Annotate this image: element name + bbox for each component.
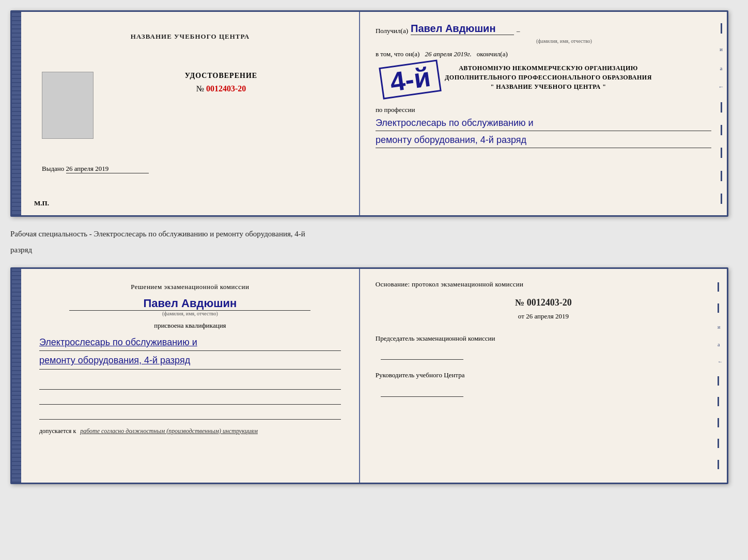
qualification-label: присвоена квалификация <box>39 322 341 330</box>
protocol-number-row: № 0012403-20 <box>376 297 711 308</box>
cert-title-block: УДОСТОВЕРЕНИЕ № 0012403-20 <box>104 72 338 93</box>
edge-bar-6 <box>718 439 719 448</box>
edge-label-arrow: ← <box>718 359 723 364</box>
bottom-lines-area <box>39 377 341 420</box>
edge-bar-1 <box>718 282 719 292</box>
side-bar-1 <box>721 23 722 34</box>
side-decoration-bottom: и а ← <box>718 269 723 483</box>
doc-left-panel: НАЗВАНИЕ УЧЕБНОГО ЦЕНТРА УДОСТОВЕРЕНИЕ №… <box>21 12 360 215</box>
middle-text-area: Рабочая специальность - Электрослесарь п… <box>10 226 738 258</box>
edge-bar-2 <box>718 303 719 313</box>
doc-left-bottom-panel: Решением экзаменационной комиссии Павел … <box>21 269 360 483</box>
side-bar-3 <box>721 125 722 135</box>
po-professii-label: по профессии <box>376 106 415 114</box>
bottom-line-1 <box>39 377 341 390</box>
osnov-label: Основание: протокол экзаменационной коми… <box>376 279 711 290</box>
edge-bar-7 <box>718 460 719 469</box>
edge-bar-5 <box>718 418 719 427</box>
profession-line2-top: ремонту оборудования, 4-й разряд <box>376 133 711 148</box>
middle-text-line1: Рабочая специальность - Электрослесарь п… <box>10 226 738 242</box>
mp-label: М.П. <box>34 199 49 207</box>
issued-date: 26 апреля 2019 <box>66 165 149 173</box>
doc-spine <box>12 12 21 215</box>
fio-hint-bottom: (фамилия, имя, отчество) <box>39 311 341 316</box>
org-line2: ДОПОЛНИТЕЛЬНОГО ПРОФЕССИОНАЛЬНОГО ОБРАЗО… <box>445 73 652 82</box>
fio-hint-top: (фамилия, имя, отчество) <box>417 38 711 44</box>
protocol-date-prefix: от <box>518 312 524 320</box>
vtom-date: 26 апреля 2019г. <box>425 50 471 58</box>
side-bar-4 <box>721 148 722 158</box>
document-bottom: Решением экзаменационной комиссии Павел … <box>10 267 728 484</box>
vtom-prefix: в том, что он(а) <box>376 50 420 58</box>
director-label: Руководитель учебного Центра <box>376 370 711 380</box>
cert-title-label: УДОСТОВЕРЕНИЕ <box>104 72 338 80</box>
org-line1: АВТОНОМНУЮ НЕКОММЕРЧЕСКУЮ ОРГАНИЗАЦИЮ <box>445 63 652 73</box>
org-block: АВТОНОМНУЮ НЕКОММЕРЧЕСКУЮ ОРГАНИЗАЦИЮ ДО… <box>445 63 652 91</box>
doc-right-panel: Получил(а) Павел Авдюшин – (фамилия, имя… <box>360 12 727 215</box>
qualification-line1: Электрослесарь по обслуживанию и <box>39 334 341 351</box>
edge-bar-4 <box>718 397 719 406</box>
protocol-number-prefix: № <box>515 297 524 308</box>
protocol-date-value: 26 апреля 2019 <box>526 312 569 320</box>
cert-number-row: № 0012403-20 <box>104 84 338 93</box>
допускается-block: допускается к работе согласно должностны… <box>39 427 341 435</box>
side-label-arrow: ← <box>719 84 724 90</box>
middle-text-line2: разряд <box>10 242 738 258</box>
edge-label-a: а <box>718 342 723 347</box>
chairman-signature-block: Председатель экзаменационной комиссии <box>376 333 711 360</box>
side-label-a: а <box>720 65 723 71</box>
bottom-line-3 <box>39 407 341 420</box>
director-signature-block: Руководитель учебного Центра <box>376 370 711 397</box>
grade-stamp: 4-й <box>379 59 442 99</box>
bottom-line-2 <box>39 392 341 405</box>
edge-label-i: и <box>718 324 723 330</box>
photo-placeholder <box>42 72 93 139</box>
side-bar-5 <box>721 171 722 181</box>
left-middle-section: УДОСТОВЕРЕНИЕ № 0012403-20 <box>42 72 338 139</box>
doc-spine-bottom <box>12 269 21 483</box>
recipient-name: Павел Авдюшин <box>411 22 514 35</box>
qualification-line2: ремонту оборудования, 4-й разряд <box>39 352 341 369</box>
recipient-prefix: Получил(а) <box>376 27 408 35</box>
person-name-bottom: Павел Авдюшин <box>69 297 310 311</box>
stamp-area: 4-й АВТОНОМНУЮ НЕКОММЕРЧЕСКУЮ ОРГАНИЗАЦИ… <box>376 61 711 98</box>
document-top: НАЗВАНИЕ УЧЕБНОГО ЦЕНТРА УДОСТОВЕРЕНИЕ №… <box>10 10 728 217</box>
side-bar-6 <box>721 194 722 204</box>
center-name-top: НАЗВАНИЕ УЧЕБНОГО ЦЕНТРА <box>131 33 250 41</box>
допускается-prefix: допускается к <box>39 427 76 435</box>
protocol-number-value: 0012403-20 <box>527 297 572 308</box>
director-sig-line <box>381 385 463 397</box>
issued-label: Выдано <box>42 165 64 172</box>
side-label-i: и <box>720 46 723 52</box>
edge-bar-3 <box>718 376 719 386</box>
vtom-line: в том, что он(а) 26 апреля 2019г. окончи… <box>376 50 711 58</box>
side-decoration-top: и а ← <box>715 12 727 215</box>
issued-line: Выдано 26 апреля 2019 <box>42 165 338 173</box>
recipient-line: Получил(а) Павел Авдюшин – <box>376 22 711 35</box>
profession-block-top: по профессии Электрослесарь по обслужива… <box>376 106 711 148</box>
chairman-label: Председатель экзаменационной комиссии <box>376 333 711 344</box>
org-name: " НАЗВАНИЕ УЧЕБНОГО ЦЕНТРА " <box>445 82 652 91</box>
profession-line1-top: Электрослесарь по обслуживанию и <box>376 116 711 131</box>
doc-right-bottom-panel: Основание: протокол экзаменационной коми… <box>360 269 727 483</box>
protocol-date-row: от 26 апреля 2019 <box>376 312 711 321</box>
допускается-text: работе согласно должностным (производств… <box>80 427 258 435</box>
page-wrapper: НАЗВАНИЕ УЧЕБНОГО ЦЕНТРА УДОСТОВЕРЕНИЕ №… <box>10 10 738 484</box>
side-bar-2 <box>721 102 722 113</box>
okoncil-text: окончил(а) <box>477 50 508 58</box>
commission-decision-text: Решением экзаменационной комиссии <box>39 282 341 293</box>
chairman-sig-line <box>381 347 463 360</box>
cert-number-value: 0012403-20 <box>206 84 246 93</box>
cert-number-prefix: № <box>196 84 204 93</box>
